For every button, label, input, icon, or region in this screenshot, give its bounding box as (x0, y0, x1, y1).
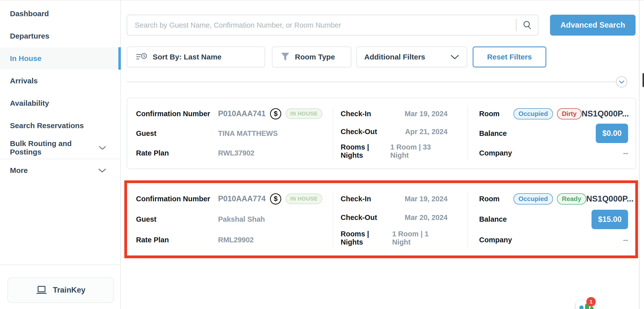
rate-plan-value: RML29902 (218, 236, 254, 244)
sidebar-item-label: More (10, 166, 28, 175)
in-house-status-badge: IN HOUSE (286, 109, 322, 119)
window-edge-divider (639, 1, 640, 309)
collapse-toggle[interactable] (616, 76, 627, 88)
check-out-label: Check-Out (341, 128, 377, 136)
guest-value: Pakshal Shah (218, 215, 265, 223)
company-label: Company (479, 149, 512, 157)
chevron-down-icon (619, 80, 624, 84)
confirmation-number-label: Confirmation Number (136, 195, 218, 203)
notification-badge[interactable]: 1 (586, 297, 596, 306)
trainkey-button[interactable]: TrainKey (8, 277, 114, 303)
housekeeping-status-badge: Ready (557, 193, 586, 204)
filter-funnel-icon (281, 53, 290, 62)
check-out-value: Mar 20, 2024 (404, 213, 448, 222)
sidebar-item-more[interactable]: More (0, 159, 120, 182)
search-icon[interactable] (522, 20, 532, 30)
balance-label: Balance (479, 215, 507, 223)
results-divider (127, 82, 616, 82)
card-divider (333, 192, 334, 247)
reservation-card[interactable]: Confirmation Number P010AAA741 $ IN HOUS… (127, 98, 636, 169)
card-divider (333, 107, 334, 160)
additional-filters-label: Additional Filters (364, 53, 425, 61)
room-label: Room (479, 195, 500, 203)
sidebar-item-label: Search Reservations (10, 121, 84, 130)
rooms-nights-label: Rooms | Nights (341, 230, 392, 246)
room-type-dropdown[interactable]: Room Type (272, 47, 351, 67)
confirmation-number-value[interactable]: P010AAA741 (218, 109, 266, 118)
reservation-card[interactable]: Confirmation Number P010AAA774 $ IN HOUS… (127, 183, 635, 255)
sort-icon (136, 53, 147, 61)
chat-icon-shape (590, 306, 594, 309)
rooms-nights-value: 1 Room | 1 Night (392, 230, 448, 246)
confirmation-number-label: Confirmation Number (136, 110, 218, 118)
check-in-label: Check-In (341, 195, 371, 203)
balance-button[interactable]: $0.00 (596, 124, 628, 143)
company-value: -- (623, 149, 628, 157)
scrollbar-thumb[interactable] (642, 73, 644, 87)
balance-button[interactable]: $15.00 (592, 210, 628, 229)
laptop-icon (36, 285, 47, 295)
highlight-border: Confirmation Number P010AAA774 $ IN HOUS… (124, 180, 638, 258)
sidebar: Dashboard Departures In House Arrivals A… (0, 1, 121, 309)
room-type-label: Room Type (295, 53, 335, 61)
sort-by-label: Sort By: Last Name (153, 53, 222, 61)
room-number-value: NS1Q000P... (586, 194, 634, 203)
check-out-value: Apr 21, 2024 (405, 128, 448, 136)
check-in-value: Mar 19, 2024 (404, 195, 448, 203)
sidebar-item-label: Bulk Routing and Postings (10, 139, 98, 156)
guest-label: Guest (136, 129, 218, 138)
sidebar-nav: Dashboard Departures In House Arrivals A… (0, 1, 120, 182)
sidebar-item-label: Departures (10, 32, 49, 40)
rate-plan-value: RWL37902 (218, 149, 254, 157)
room-number-value: NS1Q000P... (582, 109, 629, 118)
sidebar-item-search-reservations[interactable]: Search Reservations (0, 114, 120, 137)
card-divider (468, 192, 468, 247)
check-in-label: Check-In (341, 110, 371, 118)
room-label: Room (479, 110, 500, 118)
card-divider (468, 107, 468, 160)
chevron-down-icon (450, 54, 459, 60)
chevron-down-icon (98, 145, 106, 150)
sidebar-footer: TrainKey (0, 264, 120, 309)
company-value: -- (623, 236, 628, 244)
reset-filters-button[interactable]: Reset Filters (473, 47, 546, 67)
balance-label: Balance (479, 129, 507, 138)
dollar-circle-icon: $ (270, 193, 281, 204)
dollar-circle-icon: $ (270, 108, 281, 119)
sidebar-item-dashboard[interactable]: Dashboard (0, 3, 120, 25)
chat-icon-shape (579, 305, 584, 309)
trainkey-label: TrainKey (53, 286, 86, 294)
rate-plan-label: Rate Plan (136, 236, 218, 244)
sort-by-dropdown[interactable]: Sort By: Last Name (127, 47, 265, 67)
sidebar-item-label: Availability (10, 99, 49, 108)
sidebar-item-arrivals[interactable]: Arrivals (0, 70, 120, 92)
sidebar-item-availability[interactable]: Availability (0, 92, 120, 114)
guest-label: Guest (136, 215, 218, 223)
additional-filters-dropdown[interactable]: Additional Filters (356, 47, 467, 67)
rooms-nights-label: Rooms | Nights (341, 143, 390, 159)
search-input[interactable] (135, 21, 516, 29)
company-label: Company (479, 236, 512, 244)
advanced-search-button[interactable]: Advanced Search (550, 15, 636, 36)
rooms-nights-value: 1 Room | 33 Night (390, 143, 448, 159)
sidebar-item-departures[interactable]: Departures (0, 25, 120, 47)
check-in-value: Mar 19, 2024 (404, 110, 448, 118)
sidebar-item-label: Arrivals (10, 77, 38, 85)
sidebar-item-bulk-routing[interactable]: Bulk Routing and Postings (0, 137, 120, 159)
confirmation-number-value[interactable]: P010AAA774 (218, 194, 266, 203)
check-out-label: Check-Out (341, 213, 377, 222)
chevron-down-icon (98, 168, 106, 173)
occupancy-status-badge: Occupied (514, 193, 553, 204)
search-input-wrapper (127, 15, 538, 36)
guest-value: TINA MATTHEWS (218, 129, 278, 138)
search-divider (516, 19, 516, 31)
sidebar-item-label: Dashboard (10, 10, 49, 18)
occupancy-status-badge: Occupied (514, 108, 553, 119)
sidebar-item-label: In House (10, 54, 42, 63)
housekeeping-status-badge: Dirty (557, 108, 582, 119)
in-house-status-badge: IN HOUSE (286, 194, 322, 204)
rate-plan-label: Rate Plan (136, 149, 218, 157)
sidebar-item-in-house[interactable]: In House (0, 47, 120, 70)
